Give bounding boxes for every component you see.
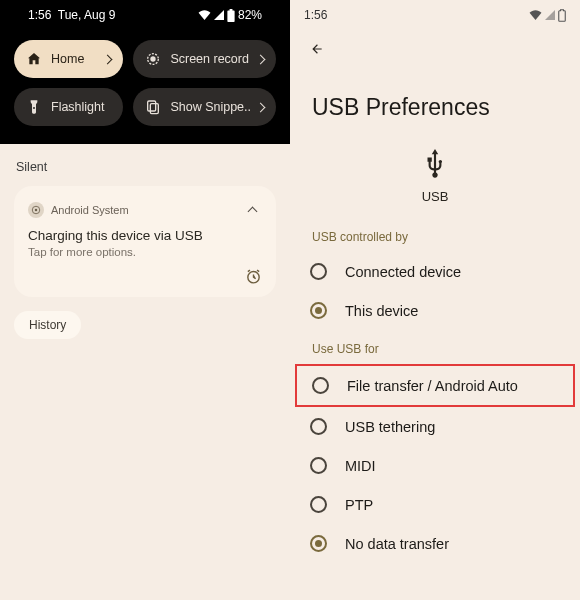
qs-tile-snippet[interactable]: Show Snippe.. <box>133 88 276 126</box>
arrow-left-icon <box>310 42 324 56</box>
notif-footer <box>28 268 262 285</box>
qs-tile-flashlight[interactable]: Flashlight <box>14 88 123 126</box>
back-button[interactable] <box>304 36 330 62</box>
status-time: 1:56 <box>304 8 327 22</box>
screen-record-icon <box>145 51 161 67</box>
radio-selected-icon <box>310 302 327 319</box>
android-system-icon <box>28 202 44 218</box>
notification-shade-panel: 1:56 Tue, Aug 9 82% Home Screen record <box>0 0 290 600</box>
usb-preferences-panel: 1:56 USB Preferences USB USB controlled … <box>290 0 580 600</box>
qs-tile-home[interactable]: Home <box>14 40 123 78</box>
svg-rect-2 <box>148 101 156 111</box>
svg-point-5 <box>35 209 38 212</box>
chevron-up-icon <box>247 207 257 217</box>
history-label: History <box>29 318 66 332</box>
radio-usb-tethering[interactable]: USB tethering <box>290 407 580 446</box>
status-bar: 1:56 <box>290 0 580 30</box>
section-use-usb-for: Use USB for <box>290 336 580 364</box>
snippet-icon <box>145 99 161 115</box>
quick-settings-area: 1:56 Tue, Aug 9 82% Home Screen record <box>0 0 290 144</box>
qs-label: Show Snippe.. <box>170 100 251 114</box>
radio-label: Connected device <box>345 264 461 280</box>
collapse-button[interactable] <box>242 200 262 220</box>
radio-label: PTP <box>345 497 373 513</box>
notif-title: Charging this device via USB <box>28 228 262 243</box>
history-button[interactable]: History <box>14 311 81 339</box>
radio-label: USB tethering <box>345 419 435 435</box>
home-icon <box>26 51 42 67</box>
radio-label: MIDI <box>345 458 376 474</box>
section-controlled-by: USB controlled by <box>290 224 580 252</box>
battery-icon <box>227 9 235 22</box>
silent-header: Silent <box>14 156 276 186</box>
radio-file-transfer[interactable]: File transfer / Android Auto <box>295 364 575 407</box>
chevron-right-icon <box>256 102 266 112</box>
radio-this-device[interactable]: This device <box>290 291 580 330</box>
usb-block: USB <box>290 143 580 224</box>
wifi-icon <box>529 10 542 20</box>
qs-label: Flashlight <box>51 100 111 114</box>
chevron-right-icon <box>103 54 113 64</box>
radio-ptp[interactable]: PTP <box>290 485 580 524</box>
chevron-right-icon <box>256 54 266 64</box>
radio-icon <box>310 263 327 280</box>
alarm-icon[interactable] <box>245 268 262 285</box>
back-row <box>290 30 580 66</box>
flashlight-icon <box>26 99 42 115</box>
qs-grid: Home Screen record Flashlight Show Snipp… <box>14 40 276 126</box>
signal-icon <box>545 10 555 20</box>
wifi-icon <box>198 10 211 20</box>
qs-label: Screen record <box>170 52 251 66</box>
status-right <box>529 9 566 22</box>
usb-label: USB <box>290 189 580 204</box>
qs-tile-screen-record[interactable]: Screen record <box>133 40 276 78</box>
radio-connected-device[interactable]: Connected device <box>290 252 580 291</box>
notification-list: Silent Android System Charging this devi… <box>0 144 290 600</box>
signal-icon <box>214 10 224 20</box>
radio-midi[interactable]: MIDI <box>290 446 580 485</box>
radio-label: This device <box>345 303 418 319</box>
notif-subtitle: Tap for more options. <box>28 246 262 258</box>
qs-label: Home <box>51 52 98 66</box>
radio-selected-icon <box>310 535 327 552</box>
status-time-date: 1:56 Tue, Aug 9 <box>28 8 115 22</box>
notification-card[interactable]: Android System Charging this device via … <box>14 186 276 297</box>
battery-percent: 82% <box>238 8 262 22</box>
svg-rect-3 <box>151 104 159 114</box>
page-title: USB Preferences <box>290 66 580 143</box>
svg-point-1 <box>151 56 156 61</box>
radio-icon <box>312 377 329 394</box>
radio-icon <box>310 496 327 513</box>
status-right: 82% <box>198 8 262 22</box>
radio-label: No data transfer <box>345 536 449 552</box>
battery-icon <box>558 9 566 22</box>
notif-header: Android System <box>28 200 262 220</box>
notif-app-name: Android System <box>51 204 235 216</box>
radio-no-data-transfer[interactable]: No data transfer <box>290 524 580 563</box>
radio-icon <box>310 457 327 474</box>
usb-icon <box>422 149 448 179</box>
radio-label: File transfer / Android Auto <box>347 378 518 394</box>
status-bar: 1:56 Tue, Aug 9 82% <box>14 0 276 30</box>
radio-icon <box>310 418 327 435</box>
